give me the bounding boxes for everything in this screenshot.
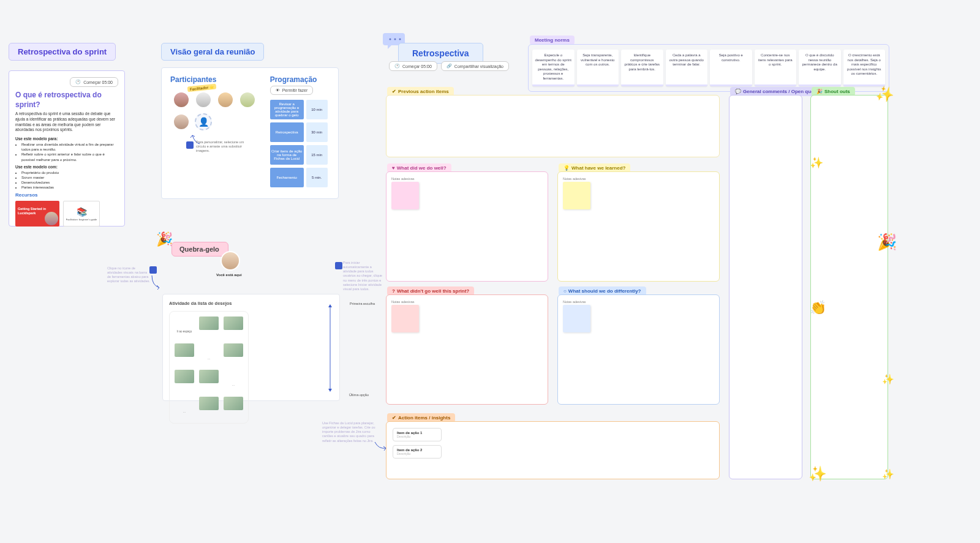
- bucket-title: Atividade da lista de desejos: [169, 301, 333, 306]
- icebreaker-badge: Quebra-gelo: [172, 242, 228, 257]
- sparkle-icon: ✨: [810, 156, 823, 170]
- bucket-item-label[interactable]: …: [199, 351, 219, 365]
- clock-icon: [75, 80, 81, 84]
- svg-point-2: [394, 39, 396, 40]
- schedule-time[interactable]: 5 min.: [306, 168, 328, 187]
- marker-icon-2[interactable]: [149, 266, 157, 274]
- sparkle-icon: ✨: [875, 84, 895, 105]
- schedule-row: Retrospectiva30 min: [270, 122, 330, 142]
- schedule-task[interactable]: Criar itens de ação na forma de Fichas d…: [270, 145, 304, 165]
- norms-card[interactable]: Ceda a palavra a outra pessoa quando ter…: [666, 50, 708, 86]
- norms-card[interactable]: O crescimento está nos detalhes. Seja o …: [843, 50, 886, 86]
- box-differently[interactable]: Notas adesivas: [557, 294, 720, 405]
- icebreaker-avatar[interactable]: [221, 251, 240, 271]
- sticky-note-yellow[interactable]: [563, 182, 590, 209]
- avatar-5[interactable]: [173, 113, 190, 130]
- info-desc: A retrospectiva do sprint é uma sessão d…: [15, 111, 118, 133]
- sticky-label: Notas adesivas: [563, 300, 714, 304]
- schedule-row: Criar itens de ação na forma de Fichas d…: [270, 145, 330, 165]
- sparkle-icon: ✨: [882, 373, 894, 385]
- sticky-note-pink[interactable]: [391, 182, 419, 209]
- marker-icon-3[interactable]: [335, 262, 342, 269]
- info-title: O que é retrospectiva do sprint?: [15, 91, 118, 110]
- norms-card[interactable]: Especule o desempenho do sprint em termo…: [532, 50, 575, 86]
- bucket-thumb[interactable]: [175, 370, 194, 383]
- resources-heading: Recursos: [15, 192, 118, 198]
- pill-text: What did we do well?: [397, 165, 447, 171]
- bucket-item-label[interactable]: …: [175, 405, 194, 418]
- norms-card[interactable]: Seja transparente, vulnerável e honesto …: [577, 50, 619, 86]
- eye-icon: 👁: [276, 88, 280, 92]
- sticky-label: Notas adesivas: [391, 177, 543, 181]
- box-prev-actions[interactable]: [386, 95, 720, 157]
- bucket-thumb[interactable]: [224, 343, 243, 357]
- sparkle-icon: ✨: [882, 468, 894, 480]
- box-learned[interactable]: Notas adesivas: [557, 171, 720, 282]
- pill-text: Previous action items: [398, 89, 449, 94]
- schedule-time[interactable]: 10 min: [306, 100, 328, 119]
- action-placeholder: Descrição: [397, 435, 437, 438]
- sticky-note-red[interactable]: [391, 305, 419, 332]
- bucket-thumb[interactable]: [199, 397, 219, 410]
- pill-text: What didn't go well this sprint?: [397, 288, 469, 294]
- timer-button-info[interactable]: Começar 05:00: [70, 77, 118, 87]
- action-item-2[interactable]: Item de ação 2 Descrição: [393, 445, 442, 459]
- party-popper-icon: 🎉: [156, 231, 173, 247]
- use-with-item: Scrum master: [21, 175, 118, 180]
- avatar-3[interactable]: [217, 91, 234, 108]
- schedule-task[interactable]: Retrospectiva: [270, 122, 304, 142]
- norms-card[interactable]: Identifique compromissos práticos e crie…: [621, 50, 663, 86]
- axis-first: Primeira escolha: [350, 302, 375, 305]
- timer-button-main[interactable]: Começar 05:00: [389, 61, 437, 71]
- avatar-4[interactable]: [239, 91, 256, 108]
- pill-text: What have we learned?: [571, 165, 625, 171]
- clap-icon: 👏: [810, 300, 826, 316]
- hide-label: Permitir fazer: [282, 88, 308, 92]
- bucket-thumb[interactable]: [175, 343, 194, 357]
- box-actions[interactable]: Item de ação 1 Descrição Item de ação 2 …: [386, 421, 720, 479]
- bucket-item-label[interactable]: …: [224, 378, 243, 392]
- hide-button[interactable]: 👁Permitir fazer: [270, 86, 314, 95]
- share-button[interactable]: Compartilhar visualização: [441, 61, 509, 71]
- norms-card[interactable]: Seja positivo e construtivo.: [710, 50, 752, 86]
- bucket-thumb[interactable]: [224, 316, 243, 330]
- participants-tip: Para personalizar, selecione um círculo …: [196, 140, 251, 153]
- action-item-1[interactable]: Item de ação 1 Descrição: [393, 428, 442, 441]
- box-well[interactable]: Notas adesivas: [386, 171, 548, 282]
- use-with-item: Proprietário do produto: [21, 170, 118, 175]
- pill-text: What should we do differently?: [568, 288, 641, 294]
- resource-video-thumb[interactable]: Getting Started in Lucidspark: [15, 201, 59, 227]
- schedule-task[interactable]: Revisar a programação e atividade para q…: [270, 100, 304, 119]
- party-popper-icon: 🎉: [877, 233, 897, 252]
- clock-icon: [394, 64, 400, 69]
- bucket-item-label[interactable]: Ir ao espaço: [175, 325, 194, 339]
- sparkle-icon: ✨: [809, 465, 827, 482]
- pill-text: Shout outs: [824, 89, 850, 94]
- schedule-time[interactable]: 15 min: [306, 145, 328, 165]
- norms-card[interactable]: Concentre-se nos itens relevantes para o…: [755, 50, 797, 86]
- schedule-task[interactable]: Fechamento: [270, 168, 304, 187]
- box-not-well[interactable]: Notas adesivas: [386, 294, 548, 405]
- sticky-note-blue[interactable]: [563, 305, 590, 332]
- tag-retrospective: Retrospectiva do sprint: [9, 43, 116, 61]
- avatar-empty[interactable]: 👤: [195, 113, 212, 130]
- norms-card[interactable]: O que é discutido nessa reunião permanec…: [799, 50, 841, 86]
- resource-guide-thumb[interactable]: 📚 Facilitation: beginner's guide: [63, 201, 100, 227]
- schedule-row: Fechamento5 min.: [270, 168, 330, 187]
- bucket-thumb[interactable]: [224, 397, 243, 410]
- svg-point-1: [390, 39, 391, 40]
- participants-heading: Participantes: [170, 75, 252, 84]
- avatar-2[interactable]: [195, 91, 212, 108]
- bucket-thumb[interactable]: [199, 370, 219, 383]
- box-shoutouts[interactable]: [810, 95, 888, 479]
- use-with-item: Desenvolvedores: [21, 180, 118, 185]
- use-for-item: Realizar uma divertida atividade virtual…: [21, 142, 118, 152]
- box-comments[interactable]: [729, 95, 802, 479]
- share-icon: [447, 64, 452, 69]
- sticky-label: Notas adesivas: [563, 177, 714, 181]
- tag-retrospective-main: Retrospectiva: [398, 43, 483, 64]
- avatar-1[interactable]: [173, 91, 190, 108]
- schedule-row: Revisar a programação e atividade para q…: [270, 100, 330, 119]
- bucket-thumb[interactable]: [199, 316, 219, 330]
- schedule-time[interactable]: 30 min: [306, 122, 328, 142]
